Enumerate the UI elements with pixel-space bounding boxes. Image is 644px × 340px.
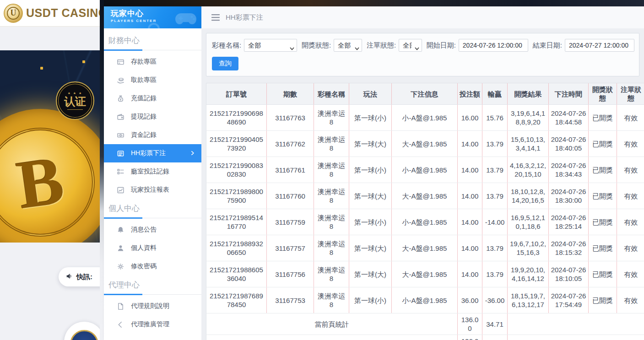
profile-person-icon: [117, 244, 124, 252]
summary-bet-total: 136.00: [458, 335, 482, 340]
players-center-sidebar: 玩家中心 PLAYERS CENTER 財務中心存款專區取款專區充值記錄提現記錄…: [104, 6, 201, 340]
summary-label: 總統計: [206, 335, 458, 340]
usdt-logo-icon: U: [4, 4, 23, 23]
table-cell: 有效: [617, 131, 644, 157]
table-cell: 已開獎: [589, 105, 617, 131]
news-ticker[interactable]: 快訊:: [59, 267, 106, 286]
certification-badge: ★ ★ ★ 认证: [56, 81, 94, 120]
funds-record-icon: [117, 131, 124, 139]
column-header: 玩法: [349, 83, 392, 105]
filter-panel: 彩種名稱: 全部 開獎狀態: 全部 注單狀態: 全部: [206, 33, 639, 76]
table-cell: 15,6,10,13,3,4,14,1: [508, 131, 549, 157]
table-row: 215217219900830283031167761澳洲幸运8第一球(小)小-…: [206, 157, 644, 183]
recharge-bag-icon: [117, 95, 124, 103]
table-cell: 2152172199008302830: [206, 157, 267, 183]
table-row: 215217219895141677031167759澳洲幸运8第一球(小)小-…: [206, 209, 644, 235]
deposit-card-icon: [117, 58, 124, 66]
table-cell: 大-A盤@1.985: [392, 235, 458, 261]
table-cell: 第一球(大): [349, 235, 392, 261]
table-cell: 已開獎: [589, 209, 617, 235]
table-cell: 澳洲幸运8: [314, 235, 349, 261]
bets-table-wrap: 訂單號期數彩種名稱玩法下注信息投注額輸贏開獎結果下注時間開獎狀態注單狀態 215…: [206, 83, 644, 340]
table-cell: 2024-07-26 17:54:49: [549, 287, 589, 313]
sidebar-item-recharge-bag[interactable]: 充值記錄: [104, 89, 201, 108]
menu-section-label: 財務中心: [104, 31, 201, 49]
table-cell: 15.76: [482, 105, 508, 131]
sidebar-item-agent-promo-share[interactable]: 代理推廣管理: [104, 315, 201, 334]
table-cell: 31167762: [267, 131, 314, 157]
table-cell: 2024-07-26 18:30:00: [549, 183, 589, 209]
table-cell: 第一球(大): [349, 183, 392, 209]
draw-status-label: 開獎狀態:: [302, 41, 331, 50]
sidebar-item-profile-person[interactable]: 個人資料: [104, 239, 201, 257]
order-status-label: 注單狀態:: [367, 41, 396, 50]
sidebar-item-agent-rules-doc[interactable]: 代理規則說明: [104, 297, 201, 315]
table-cell: 澳洲幸运8: [314, 209, 349, 235]
table-cell: 第一球(小): [349, 209, 392, 235]
table-cell: 已開獎: [589, 131, 617, 157]
sidebar-item-label: 修改密碼: [131, 262, 157, 270]
section-underline: [104, 49, 201, 50]
table-cell: 31167756: [267, 261, 314, 287]
table-cell: 小-A盤@1.985: [392, 287, 458, 313]
sidebar-item-room-bet-record[interactable]: 廳室投註記錄: [104, 162, 201, 181]
service-logo-icon: [70, 330, 98, 340]
floating-service-button[interactable]: [64, 322, 104, 340]
sidebar-item-label: 代理規則說明: [131, 302, 169, 310]
table-cell: 已開獎: [589, 235, 617, 261]
page-title: HH彩票下注: [226, 13, 263, 22]
sidebar-item-label: 存款專區: [131, 58, 157, 66]
sidebar-item-withdraw-hand[interactable]: 取款專區: [104, 71, 201, 89]
background-edge-strip: [100, 0, 104, 340]
table-cell: 14.00: [458, 131, 482, 157]
sidebar-item-funds-record[interactable]: 資金記錄: [104, 126, 201, 144]
lottery-name-select[interactable]: 全部: [244, 39, 297, 52]
table-cell: 2152172198893206650: [206, 235, 267, 261]
summary-row: 總統計136.0034.71: [206, 335, 644, 340]
column-header: 彩種名稱: [314, 83, 349, 105]
speaker-icon: [65, 272, 73, 282]
column-header: 開獎結果: [508, 83, 549, 105]
topbar: HH彩票下注: [201, 6, 644, 28]
sidebar-item-withdraw-record[interactable]: 提現記錄: [104, 108, 201, 126]
table-cell: 澳洲幸运8: [314, 157, 349, 183]
left-promo-region: U USDT CASINO B ★ ★ ★ 认证 快訊:: [0, 0, 100, 340]
table-cell: 第一球(小): [349, 105, 392, 131]
summary-row: 當前頁統計136.0034.71: [206, 313, 644, 335]
draw-status-select[interactable]: 全部: [334, 39, 362, 52]
lottery-bet-icon: [117, 150, 124, 157]
hamburger-menu-icon[interactable]: [211, 14, 220, 21]
sidebar-item-password-gear[interactable]: 修改密碼: [104, 257, 201, 275]
chevron-right-icon: [189, 150, 195, 157]
start-date-input[interactable]: [459, 39, 528, 52]
end-date-input[interactable]: [565, 39, 634, 52]
table-cell: 2024-07-26 18:15:32: [549, 235, 589, 261]
bitcoin-hero-image: B ★ ★ ★ 认证: [0, 50, 100, 243]
summary-label: 當前頁統計: [206, 313, 458, 335]
section-underline: [104, 217, 201, 218]
table-row: 215217219876897845031167753澳洲幸运8第一球(小)小-…: [206, 287, 644, 313]
sidebar-item-lottery-bet[interactable]: HH彩票下注: [104, 144, 201, 162]
site-logo[interactable]: U USDT CASINO: [0, 0, 100, 27]
table-cell: 第一球(大): [349, 131, 392, 157]
table-cell: 2024-07-26 18:34:43: [549, 157, 589, 183]
table-row: 215217219889320665031167757澳洲幸运8第一球(大)大-…: [206, 235, 644, 261]
sidebar-item-deposit-card[interactable]: 存款專區: [104, 53, 201, 71]
sidebar-item-announcement-bell[interactable]: 消息公告: [104, 221, 201, 239]
top-dark-strip: [104, 0, 644, 6]
table-cell: 有效: [617, 105, 644, 131]
query-button[interactable]: 查詢: [212, 57, 238, 70]
sidebar-header: 玩家中心 PLAYERS CENTER: [104, 6, 201, 28]
withdraw-record-icon: [117, 113, 124, 121]
table-cell: 小-A盤@1.985: [392, 209, 458, 235]
order-status-select[interactable]: 全部: [399, 39, 422, 52]
table-cell: 有效: [617, 183, 644, 209]
column-header: 下注時間: [549, 83, 589, 105]
sidebar-item-player-report[interactable]: 玩家投注報表: [104, 181, 201, 199]
bets-table: 訂單號期數彩種名稱玩法下注信息投注額輸贏開獎結果下注時間開獎狀態注單狀態 215…: [206, 83, 644, 340]
content-area: 彩種名稱: 全部 開獎狀態: 全部 注單狀態: 全部: [201, 28, 644, 340]
agent-rules-doc-icon: [117, 302, 124, 310]
table-row: 215217219904057392031167762澳洲幸运8第一球(大)大-…: [206, 131, 644, 157]
table-cell: 2152172198980075900: [206, 183, 267, 209]
withdraw-hand-icon: [117, 76, 124, 84]
